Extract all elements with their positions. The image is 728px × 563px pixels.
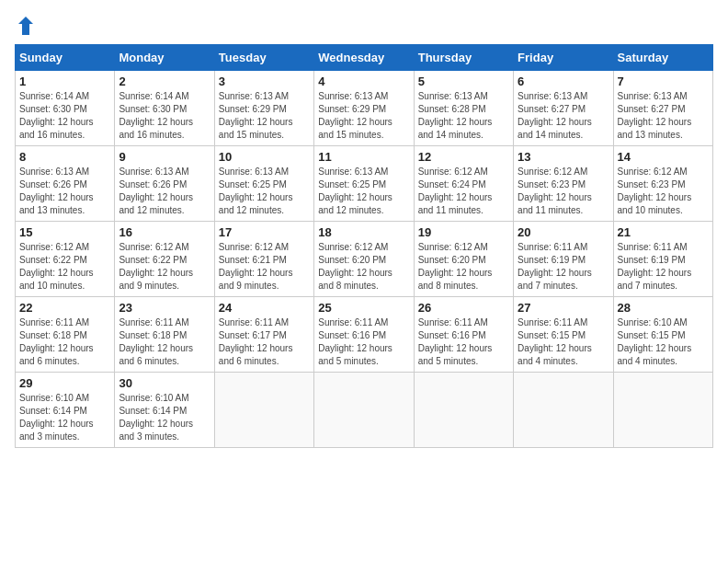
day-number: 26 (418, 301, 509, 315)
day-number: 2 (119, 75, 210, 88)
day-number: 11 (318, 150, 409, 164)
weekday-header-thursday: Thursday (414, 45, 513, 71)
calendar-cell (414, 373, 513, 448)
day-number: 25 (318, 301, 409, 315)
calendar-cell: 21Sunrise: 6:11 AMSunset: 6:19 PMDayligh… (613, 222, 712, 297)
day-info: Sunrise: 6:13 AMSunset: 6:27 PMDaylight:… (618, 90, 709, 142)
calendar-row-1: 8Sunrise: 6:13 AMSunset: 6:26 PMDaylight… (16, 146, 713, 222)
day-info: Sunrise: 6:11 AMSunset: 6:18 PMDaylight:… (119, 316, 210, 368)
weekday-header-friday: Friday (514, 45, 613, 71)
day-info: Sunrise: 6:12 AMSunset: 6:24 PMDaylight:… (418, 166, 509, 217)
day-number: 19 (418, 225, 509, 239)
day-number: 13 (518, 150, 609, 164)
day-info: Sunrise: 6:13 AMSunset: 6:29 PMDaylight:… (318, 90, 409, 142)
day-info: Sunrise: 6:13 AMSunset: 6:25 PMDaylight:… (318, 166, 409, 217)
day-number: 24 (219, 301, 310, 315)
logo-icon (15, 15, 37, 37)
calendar-cell: 2Sunrise: 6:14 AMSunset: 6:30 PMDaylight… (115, 71, 214, 146)
weekday-header-wednesday: Wednesday (314, 45, 414, 71)
day-number: 9 (119, 150, 210, 164)
calendar-row-0: 1Sunrise: 6:14 AMSunset: 6:30 PMDaylight… (16, 71, 713, 146)
day-number: 16 (119, 225, 210, 239)
day-info: Sunrise: 6:12 AMSunset: 6:21 PMDaylight:… (219, 241, 310, 293)
calendar-cell: 9Sunrise: 6:13 AMSunset: 6:26 PMDaylight… (115, 146, 214, 222)
day-number: 17 (219, 225, 310, 239)
day-number: 20 (518, 225, 609, 239)
day-number: 29 (19, 376, 110, 390)
day-number: 15 (19, 225, 110, 239)
day-number: 23 (119, 301, 210, 315)
calendar-cell: 4Sunrise: 6:13 AMSunset: 6:29 PMDaylight… (314, 71, 414, 146)
day-info: Sunrise: 6:13 AMSunset: 6:29 PMDaylight:… (219, 90, 310, 142)
day-number: 14 (618, 150, 709, 164)
day-number: 6 (518, 75, 609, 88)
calendar-cell (514, 373, 613, 448)
day-number: 30 (119, 376, 210, 390)
logo (15, 15, 40, 37)
calendar-cell: 24Sunrise: 6:11 AMSunset: 6:17 PMDayligh… (214, 297, 313, 373)
header (15, 15, 713, 37)
calendar-cell: 5Sunrise: 6:13 AMSunset: 6:28 PMDaylight… (414, 71, 513, 146)
day-number: 28 (618, 301, 709, 315)
calendar-cell (613, 373, 712, 448)
calendar-cell: 14Sunrise: 6:12 AMSunset: 6:23 PMDayligh… (613, 146, 712, 222)
calendar-cell: 19Sunrise: 6:12 AMSunset: 6:20 PMDayligh… (414, 222, 513, 297)
calendar-cell (314, 373, 414, 448)
calendar-cell: 15Sunrise: 6:12 AMSunset: 6:22 PMDayligh… (16, 222, 115, 297)
day-info: Sunrise: 6:10 AMSunset: 6:14 PMDaylight:… (119, 392, 210, 443)
calendar-cell: 1Sunrise: 6:14 AMSunset: 6:30 PMDaylight… (16, 71, 115, 146)
day-number: 12 (418, 150, 509, 164)
day-number: 3 (219, 75, 310, 88)
day-number: 21 (618, 225, 709, 239)
day-info: Sunrise: 6:12 AMSunset: 6:20 PMDaylight:… (418, 241, 509, 293)
day-number: 18 (318, 225, 409, 239)
weekday-header-saturday: Saturday (613, 45, 712, 71)
calendar-row-2: 15Sunrise: 6:12 AMSunset: 6:22 PMDayligh… (16, 222, 713, 297)
day-number: 27 (518, 301, 609, 315)
calendar-cell: 7Sunrise: 6:13 AMSunset: 6:27 PMDaylight… (613, 71, 712, 146)
weekday-header-sunday: Sunday (16, 45, 115, 71)
calendar-cell: 25Sunrise: 6:11 AMSunset: 6:16 PMDayligh… (314, 297, 414, 373)
day-info: Sunrise: 6:11 AMSunset: 6:17 PMDaylight:… (219, 316, 310, 368)
calendar-cell: 18Sunrise: 6:12 AMSunset: 6:20 PMDayligh… (314, 222, 414, 297)
day-number: 7 (618, 75, 709, 88)
calendar-cell: 28Sunrise: 6:10 AMSunset: 6:15 PMDayligh… (613, 297, 712, 373)
day-info: Sunrise: 6:12 AMSunset: 6:22 PMDaylight:… (19, 241, 110, 293)
calendar-cell: 3Sunrise: 6:13 AMSunset: 6:29 PMDaylight… (214, 71, 313, 146)
day-info: Sunrise: 6:11 AMSunset: 6:19 PMDaylight:… (618, 241, 709, 293)
svg-marker-0 (18, 17, 33, 35)
calendar-cell: 17Sunrise: 6:12 AMSunset: 6:21 PMDayligh… (214, 222, 313, 297)
calendar-cell: 13Sunrise: 6:12 AMSunset: 6:23 PMDayligh… (514, 146, 613, 222)
day-number: 5 (418, 75, 509, 88)
day-info: Sunrise: 6:12 AMSunset: 6:22 PMDaylight:… (119, 241, 210, 293)
day-info: Sunrise: 6:10 AMSunset: 6:15 PMDaylight:… (618, 316, 709, 368)
day-number: 8 (19, 150, 110, 164)
calendar-cell (214, 373, 313, 448)
calendar-cell: 22Sunrise: 6:11 AMSunset: 6:18 PMDayligh… (16, 297, 115, 373)
day-info: Sunrise: 6:13 AMSunset: 6:26 PMDaylight:… (119, 166, 210, 217)
calendar-cell: 27Sunrise: 6:11 AMSunset: 6:15 PMDayligh… (514, 297, 613, 373)
weekday-header-tuesday: Tuesday (214, 45, 313, 71)
day-info: Sunrise: 6:12 AMSunset: 6:23 PMDaylight:… (518, 166, 609, 217)
calendar-cell: 20Sunrise: 6:11 AMSunset: 6:19 PMDayligh… (514, 222, 613, 297)
calendar-cell: 30Sunrise: 6:10 AMSunset: 6:14 PMDayligh… (115, 373, 214, 448)
day-info: Sunrise: 6:11 AMSunset: 6:16 PMDaylight:… (418, 316, 509, 368)
day-info: Sunrise: 6:11 AMSunset: 6:15 PMDaylight:… (518, 316, 609, 368)
calendar-cell: 10Sunrise: 6:13 AMSunset: 6:25 PMDayligh… (214, 146, 313, 222)
day-info: Sunrise: 6:14 AMSunset: 6:30 PMDaylight:… (19, 90, 110, 142)
day-info: Sunrise: 6:10 AMSunset: 6:14 PMDaylight:… (19, 392, 110, 443)
calendar-row-4: 29Sunrise: 6:10 AMSunset: 6:14 PMDayligh… (16, 373, 713, 448)
calendar-cell: 29Sunrise: 6:10 AMSunset: 6:14 PMDayligh… (16, 373, 115, 448)
day-number: 22 (19, 301, 110, 315)
calendar-table: SundayMondayTuesdayWednesdayThursdayFrid… (15, 44, 713, 448)
day-info: Sunrise: 6:11 AMSunset: 6:16 PMDaylight:… (318, 316, 409, 368)
day-info: Sunrise: 6:13 AMSunset: 6:25 PMDaylight:… (219, 166, 310, 217)
calendar-cell: 6Sunrise: 6:13 AMSunset: 6:27 PMDaylight… (514, 71, 613, 146)
day-info: Sunrise: 6:11 AMSunset: 6:18 PMDaylight:… (19, 316, 110, 368)
day-info: Sunrise: 6:12 AMSunset: 6:23 PMDaylight:… (618, 166, 709, 217)
calendar-row-3: 22Sunrise: 6:11 AMSunset: 6:18 PMDayligh… (16, 297, 713, 373)
calendar-cell: 23Sunrise: 6:11 AMSunset: 6:18 PMDayligh… (115, 297, 214, 373)
day-info: Sunrise: 6:13 AMSunset: 6:26 PMDaylight:… (19, 166, 110, 217)
calendar-cell: 8Sunrise: 6:13 AMSunset: 6:26 PMDaylight… (16, 146, 115, 222)
day-info: Sunrise: 6:14 AMSunset: 6:30 PMDaylight:… (119, 90, 210, 142)
